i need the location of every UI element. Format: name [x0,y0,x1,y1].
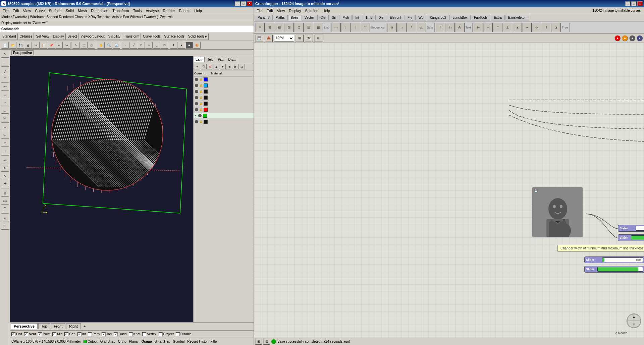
gh-comp-tree4[interactable]: ⊥ [503,23,512,32]
menu-help[interactable]: Help [192,8,204,13]
tab-viewport-layout[interactable]: Viewport Layout [79,33,106,40]
move-icon[interactable]: ✚ [1,180,9,187]
gh-rem-btn[interactable]: ● [637,35,643,41]
slider-max-track[interactable]: 1.1 [597,267,643,272]
gh-comp-list6[interactable]: ▤ [304,23,313,32]
layer-row[interactable]: 🔒 [194,82,254,89]
ortho[interactable]: Ortho [118,340,126,343]
osnap-end-check[interactable]: ✓ [11,332,15,336]
gh-menu-help[interactable]: Help [320,8,332,13]
layer-copy-btn[interactable]: ⧉ [201,64,207,69]
layer-row[interactable]: 🔒 [194,101,254,107]
props-icon[interactable]: ℹ [1,222,9,230]
perspective-label[interactable]: Perspective [11,50,34,55]
rhino-minimize-btn[interactable]: ─ [235,1,240,6]
gh-status-nav-btn2[interactable]: ⊡ [263,339,270,345]
menu-solid[interactable]: Solid [64,8,76,13]
gh-comp-seq3[interactable]: ⁞ [351,23,360,32]
tab-srf[interactable]: Srf [329,15,339,20]
select-icon[interactable]: ↖ [1,50,9,58]
sphere-btn[interactable]: ● [178,42,185,49]
slider2-track[interactable]: 1 ◇ [631,235,644,240]
tab-trns[interactable]: Trns [363,15,375,20]
gh-zoom-fit-btn[interactable]: ⊞ [296,35,304,42]
osnap-tan-check[interactable]: ✓ [102,332,106,336]
tab-layers[interactable]: La... [194,57,205,62]
gh-close-btn[interactable]: ✕ [637,1,643,6]
gh-comp-tree7[interactable]: ⊹ [532,23,541,32]
gh-comp-list1[interactable]: ≡ [255,23,265,32]
gh-slider1[interactable]: Slider ◇ 0 [618,225,644,232]
filter[interactable]: Filter [210,340,218,343]
gh-slider-min[interactable]: Slider ◇ 0.05 ▷ [584,256,644,263]
rhino-maximize-btn[interactable]: □ [241,1,246,6]
layer-down-btn[interactable]: ▼ [220,64,226,69]
tab-properties[interactable]: Pr... [216,57,226,62]
gh-comp-seq2[interactable]: ⋮ [341,23,351,32]
pan-btn[interactable]: ✋ [97,42,105,49]
gh-comp-text1[interactable]: T [436,23,445,32]
new-btn[interactable]: 📄 [1,42,9,49]
select-btn[interactable]: ↖ [72,42,80,49]
menu-tools[interactable]: Tools [131,8,144,13]
layer-left-btn[interactable]: ◀ [226,64,232,69]
print-btn[interactable]: 🖨 [24,42,32,49]
gh-zoom-select[interactable]: 125% 100% 75% 150% [274,35,294,42]
layer-right-btn[interactable]: ▶ [232,64,238,69]
gh-comp-list3[interactable]: ⊟ [275,23,284,32]
layer-row[interactable]: 🔒 [194,95,254,101]
layers-icon[interactable]: ≡ [1,215,9,222]
line-btn[interactable]: ╱ [130,42,137,49]
tab-curve-tools[interactable]: Curve Tools [141,33,162,40]
render-btn[interactable]: 🎨 [193,42,201,49]
gh-export-btn[interactable]: 📤 [265,35,273,42]
vp-tab-top[interactable]: Top [38,323,50,329]
tab-standard[interactable]: Standard [1,33,18,40]
menu-surface[interactable]: Surface [47,8,64,13]
gh-canvas[interactable]: 💾 [254,43,644,338]
free-icon[interactable]: 〜 [1,83,9,91]
tab-lunchbox[interactable]: LunchBox [449,15,470,20]
gh-status-nav-btn[interactable]: ⊞ [255,339,262,345]
gh-comp-sets2[interactable]: ∩ [397,23,407,32]
rotate-icon[interactable]: ↻ [1,164,9,172]
tab-select[interactable]: Select [66,33,79,40]
gh-comp-list5[interactable]: ⊡ [294,23,304,32]
mirror-icon[interactable]: ⊣ [1,157,9,164]
osnap-vertex-check[interactable] [142,332,146,336]
copy-btn[interactable]: 📋 [40,42,47,49]
osnap-int-check[interactable]: ✓ [77,332,82,336]
lasso-btn[interactable]: ◌ [88,42,95,49]
tab-display[interactable]: Dis... [226,57,238,62]
gh-comp-tree6[interactable]: ⊸ [522,23,532,32]
trim-icon[interactable]: ✂ [1,124,9,131]
layer-filter-btn[interactable]: ⊟ [239,64,245,69]
osnap-status[interactable]: Osnap [142,340,152,343]
tab-exoskeleton[interactable]: Exoskeleton [505,15,529,20]
point-icon[interactable]: · [1,58,9,65]
grid-snap[interactable]: Grid Snap [100,340,115,343]
gh-save-btn[interactable]: 💾 [255,35,263,42]
join-icon[interactable]: ⊓ [1,139,9,147]
slider-min-track[interactable]: 0.05 [602,257,643,262]
tab-dis[interactable]: Dis [375,15,386,20]
cut-btn[interactable]: ✂ [32,42,40,49]
tab-extra[interactable]: Extra [491,15,504,20]
gh-warning-btn[interactable]: ● [622,35,628,41]
tab-cplanes[interactable]: CPlanes [18,33,34,40]
planar[interactable]: Planar [129,340,139,343]
gh-eye-btn[interactable]: 👁 [305,35,313,42]
gh-menu-edit[interactable]: Edit [265,8,275,13]
tab-solid-tools[interactable]: Solid Tools ▸ [186,33,209,40]
gh-comp-seq1[interactable]: ⋯ [331,23,341,32]
undo-btn[interactable]: ↩ [55,42,63,49]
gumbal[interactable]: Gumbal [173,340,184,343]
polyline-icon[interactable]: ⌒ [1,75,9,83]
gh-menu-solution[interactable]: Solution [303,8,320,13]
scale-icon[interactable]: ⤡ [1,172,9,179]
layer-row[interactable]: 🔒 [194,89,254,95]
menu-view[interactable]: View [21,8,33,13]
osnap-near-check[interactable]: ✓ [24,332,28,336]
gh-comp-tree8[interactable]: ⊺ [542,23,551,32]
gh-comp-text2[interactable]: Tₓ [445,23,455,32]
